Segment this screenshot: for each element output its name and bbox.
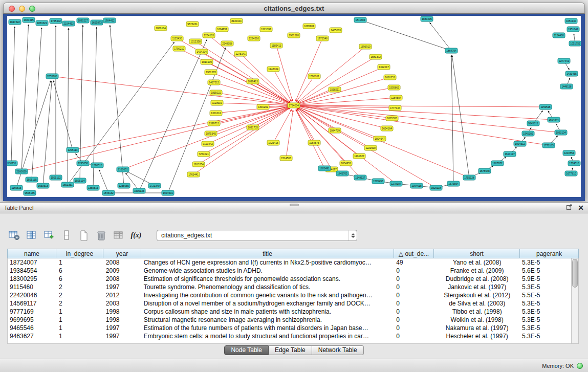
graph-node-label: 1221600 (365, 146, 376, 149)
graph-edge[interactable] (296, 110, 332, 169)
graph-edge[interactable] (21, 106, 289, 171)
table-row[interactable]: 946362711997Embryonic stem cells: a mode… (8, 332, 571, 340)
column-header-title[interactable]: title (141, 249, 394, 258)
column-header-name[interactable]: name (7, 249, 56, 258)
graph-node-label: 1093104 (556, 131, 566, 134)
graph-edge[interactable] (297, 47, 365, 102)
graph-edge[interactable] (11, 27, 15, 163)
zoom-window-button[interactable] (29, 6, 35, 12)
graph-node-label: 1755128 (464, 176, 474, 179)
graph-edge[interactable] (298, 106, 549, 145)
tab-node-table[interactable]: Node Table (224, 345, 269, 355)
graph-edge[interactable] (365, 21, 451, 51)
graph-node-label: 1548527 (355, 176, 365, 179)
table-source-combobox[interactable]: citations_edges.txt (157, 230, 357, 241)
window-titlebar[interactable]: citations_edges.txt (3, 3, 585, 14)
table-edit-icon[interactable] (43, 229, 55, 242)
row-height-icon[interactable] (60, 229, 73, 242)
graph-node-label: 1051940 (566, 19, 576, 23)
graph-node-label: 1210554 (564, 151, 574, 155)
graph-node-label: 1943104 (268, 68, 278, 71)
graph-edge[interactable] (179, 49, 290, 103)
graph-edge[interactable] (214, 106, 289, 123)
graph-edge[interactable] (32, 28, 41, 180)
tab-network-table[interactable]: Network Table (312, 345, 364, 355)
graph-edge[interactable] (452, 55, 469, 178)
graph-edge[interactable] (430, 23, 451, 51)
graph-node-label: 2160651 (118, 168, 128, 171)
graph-edge[interactable] (217, 103, 289, 105)
column-header-short[interactable]: short (434, 249, 520, 258)
graph-edge[interactable] (216, 93, 289, 105)
graph-edge[interactable] (43, 81, 52, 186)
window-title: citations_edges.txt (264, 5, 324, 12)
tab-edge-table[interactable]: Edge Table (269, 345, 312, 355)
column-chooser-icon[interactable] (26, 229, 38, 242)
table-cell: 5.3E-5 (520, 283, 571, 291)
scrollbar-thumb[interactable] (572, 259, 578, 288)
column-header-in_degree[interactable]: in_degree (56, 249, 103, 258)
graph-edge[interactable] (53, 81, 73, 150)
table-row[interactable]: 946554611997Estimation of the future num… (8, 324, 571, 332)
graph-node-label: 1770185 (543, 144, 554, 147)
graph-edge[interactable] (68, 28, 69, 185)
table-row[interactable]: 969969511998Structural magnetic resonanc… (8, 316, 571, 324)
table-cell: Dudbridge et al. (2008) (434, 275, 520, 283)
graph-edge[interactable] (298, 105, 554, 120)
graph-node-label: 1813109 (202, 60, 212, 63)
table-scrollbar[interactable] (571, 258, 579, 344)
table-row[interactable]: 977716911998Corpus callosum shape and si… (8, 308, 571, 316)
table-row[interactable]: 1456911722003Disruption of a novel membe… (8, 299, 571, 308)
graph-edge[interactable] (451, 55, 453, 184)
table-row[interactable]: 2242004622012Investigating the contribut… (8, 291, 571, 299)
graph-edge[interactable] (99, 169, 108, 193)
graph-edge[interactable] (298, 57, 376, 103)
graph-node-label: 1763441 (188, 173, 199, 176)
splitter-grip[interactable] (290, 204, 299, 206)
table-row[interactable]: 1872400712008Changes of HCN gene express… (8, 258, 571, 267)
delete-trash-icon[interactable] (95, 229, 107, 242)
table-settings-icon[interactable] (8, 229, 20, 242)
graph-node-label: 1847322 (10, 20, 20, 24)
graph-edge[interactable] (298, 105, 546, 107)
import-table-icon[interactable] (113, 229, 125, 242)
new-document-icon[interactable] (78, 229, 90, 242)
graph-edge[interactable] (110, 25, 124, 186)
graph-edge[interactable] (80, 25, 83, 181)
table-cell: 9465546 (8, 324, 57, 332)
table-cell: 1 (57, 258, 104, 267)
function-icon[interactable]: f(x) (130, 229, 142, 242)
table-row[interactable]: 911546021997Tourette syndrome. Phenomeno… (8, 283, 571, 291)
graph-edge[interactable] (123, 107, 290, 169)
column-header-year[interactable]: year (103, 249, 141, 258)
graph-edge[interactable] (241, 54, 291, 102)
column-header-pagerank[interactable]: pagerank (520, 249, 579, 258)
table-cell: 5.3E-5 (520, 324, 571, 332)
minimize-window-button[interactable] (19, 6, 25, 12)
graph-edge[interactable] (139, 39, 207, 191)
graph-edge[interactable] (214, 82, 289, 104)
network-canvas[interactable]: 1847322192041518533211765402210445318902… (7, 16, 581, 197)
graph-edge[interactable] (276, 46, 292, 101)
table-cell: 0 (394, 291, 434, 299)
graph-node-label: 1677810 (566, 172, 576, 175)
close-window-button[interactable] (9, 6, 15, 12)
column-header-out_de[interactable]: △ out_de... (394, 249, 434, 258)
graph-edge[interactable] (296, 38, 322, 101)
graph-edge[interactable] (298, 67, 384, 103)
graph-edge[interactable] (296, 110, 314, 143)
table-cell: 5.3E-5 (520, 332, 571, 340)
float-panel-icon[interactable] (566, 203, 573, 212)
graph-edge[interactable] (298, 98, 396, 105)
graph-edge[interactable] (296, 110, 324, 168)
graph-edge[interactable] (298, 107, 380, 139)
graph-edge[interactable] (216, 106, 289, 113)
table-row[interactable]: 1830029562008Estimation of significance … (8, 275, 571, 283)
close-panel-icon[interactable]: ✕ (578, 204, 584, 211)
graph-edge[interactable] (273, 110, 292, 143)
graph-edge[interactable] (168, 48, 226, 193)
graph-node-label: 1655873 (92, 21, 102, 24)
table-cell: 2012 (104, 291, 142, 299)
graph-edge[interactable] (21, 25, 29, 171)
table-row[interactable]: 1938455462009Genome-wide association stu… (8, 267, 571, 275)
